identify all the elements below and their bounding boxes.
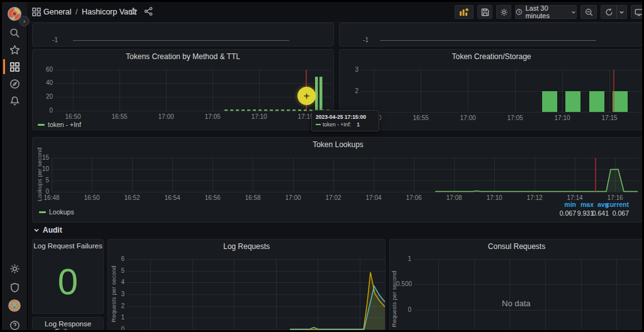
y-tick: 1: [396, 256, 411, 262]
add-panel-button[interactable]: [455, 5, 474, 19]
panel-cut-top-left[interactable]: -1: [32, 23, 334, 47]
chart-token-storage: [340, 50, 644, 130]
no-data-message: No data: [502, 299, 531, 308]
x-tick: 17:08: [446, 195, 462, 201]
section-label: Audit: [43, 226, 62, 235]
x-tick: 16:58: [245, 195, 260, 201]
x-tick: 17:05: [507, 115, 523, 121]
sidebar: [2, 2, 28, 330]
y-tick: 20: [38, 94, 53, 100]
chart-log-requests: [108, 240, 386, 332]
breadcrumb[interactable]: General / Hashicorp Vault: [43, 8, 136, 16]
active-nav-indicator: [3, 59, 5, 74]
legend-swatch: [39, 211, 46, 213]
series-bar: [319, 77, 323, 111]
panel-log-requests: Log Requests Requests per second 6 5 4 3…: [108, 239, 386, 332]
star-dashboard-icon[interactable]: [129, 7, 138, 16]
y-tick: 15: [39, 155, 49, 161]
panel-consul-requests: Consul Requests Requests per second 1 0.…: [389, 239, 644, 332]
stat-header-current[interactable]: current: [601, 201, 629, 208]
explore-icon[interactable]: [8, 77, 21, 90]
clock-icon: [516, 8, 522, 16]
chart-cut-left: [33, 23, 334, 47]
x-tick: 16:50: [84, 195, 99, 201]
x-tick: 17:10: [554, 115, 570, 121]
legend-swatch: [38, 124, 45, 126]
share-icon[interactable]: [144, 7, 153, 16]
tooltip-series-label: token - +Inf:: [323, 121, 351, 128]
refresh-interval-dropdown[interactable]: [616, 5, 627, 19]
y-tick: 0: [396, 307, 411, 313]
panel-token-lookups: Token Lookups Lookups per second 15 10 5…: [32, 137, 644, 223]
panel-log-request-failures: Log Request Failures 0: [32, 239, 104, 314]
x-tick: 16:55: [413, 115, 428, 121]
help-icon[interactable]: [8, 319, 21, 331]
panel-cut-top-right[interactable]: -1: [339, 23, 644, 47]
panel-title[interactable]: Log Request Failures: [33, 242, 103, 250]
breadcrumb-separator: /: [75, 8, 77, 16]
tooltip-timestamp: 2023-04-25 17:15:00: [316, 113, 375, 121]
tooltip-series-swatch: [316, 124, 321, 125]
y-tick: 0: [38, 108, 53, 114]
y-tick: 4: [113, 279, 125, 285]
starred-icon[interactable]: [8, 43, 21, 56]
alerting-icon[interactable]: [8, 94, 21, 107]
dashboard-settings-button[interactable]: [496, 5, 511, 19]
cycle-view-mode-button[interactable]: [631, 5, 644, 19]
x-tick: 17:00: [285, 195, 301, 201]
chevron-down-icon: [619, 9, 625, 15]
series-bar: [589, 91, 604, 112]
y-tick: 0.500: [396, 281, 411, 287]
x-tick: 17:00: [460, 115, 475, 121]
grafana-app: › General / Hashicorp Vault: [0, 0, 644, 332]
x-tick: 17:04: [365, 195, 381, 201]
x-tick: 16:55: [111, 114, 127, 120]
x-tick: 17:15: [601, 115, 617, 121]
chart-consul-requests: [390, 240, 644, 332]
dashboard-grid-icon[interactable]: [32, 8, 41, 16]
breadcrumb-folder[interactable]: General: [43, 8, 71, 16]
x-tick: 16:56: [204, 195, 220, 201]
legend-item[interactable]: token - +Inf: [38, 121, 81, 128]
series-bar: [565, 91, 580, 112]
panel-token-storage: Token Creation/Storage 3 2 16:50 16:55 1…: [339, 49, 644, 130]
dashboards-icon[interactable]: [8, 60, 21, 73]
legend-label[interactable]: Lookups: [49, 208, 74, 216]
time-range-picker[interactable]: Last 30 minutes: [515, 5, 577, 19]
y-tick: 2: [113, 303, 125, 309]
panel-title[interactable]: Log Response Failures: [33, 320, 103, 332]
section-header-audit[interactable]: Audit: [33, 226, 62, 235]
time-range-label: Last 30 minutes: [525, 4, 568, 19]
graph-tooltip: 2023-04-25 17:15:00 token - +Inf: 1: [311, 110, 379, 131]
series-bar: [613, 91, 628, 112]
refresh-button[interactable]: [601, 5, 617, 19]
x-tick: 16:54: [164, 195, 180, 201]
profile-avatar[interactable]: [8, 299, 21, 312]
search-icon[interactable]: [8, 26, 21, 39]
cursor-plus-indicator: +: [297, 87, 316, 105]
save-dashboard-button[interactable]: [477, 5, 492, 19]
x-tick: 16:52: [124, 195, 140, 201]
y-tick: 10: [39, 166, 49, 172]
y-tick: 60: [38, 67, 53, 73]
navbar: General / Hashicorp Vault Last 30 mi: [27, 2, 644, 23]
chevron-down-icon: [33, 227, 40, 233]
y-tick: 5: [39, 177, 49, 184]
x-tick: 16:50: [65, 114, 80, 120]
x-tick: 17:00: [158, 114, 174, 120]
x-tick: 17:05: [204, 114, 220, 120]
y-tick: 3: [113, 291, 125, 297]
legend-label[interactable]: token - +Inf: [48, 121, 81, 128]
x-tick: 17:10: [486, 195, 502, 201]
zoom-out-button[interactable]: [580, 5, 597, 19]
sidebar-expand-chevron[interactable]: ›: [19, 16, 30, 26]
panel-log-response-failures: Log Response Failures: [32, 317, 104, 332]
y-tick: 1: [113, 314, 125, 321]
legend-item[interactable]: Lookups: [39, 208, 74, 216]
stat-value-current: 0.067: [601, 209, 629, 217]
y-tick: 0: [113, 326, 125, 332]
server-admin-shield-icon[interactable]: [8, 281, 21, 294]
chevron-down-icon: [571, 9, 576, 15]
x-tick: 17:10: [251, 114, 267, 120]
configuration-icon[interactable]: [8, 262, 21, 275]
